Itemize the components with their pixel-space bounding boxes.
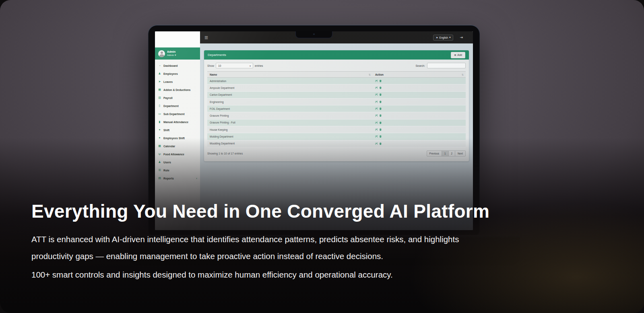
sidebar-item-food-allowance[interactable]: ΨFood Allowance	[155, 150, 200, 158]
profile-role-dropdown[interactable]: Admin ▾	[167, 54, 176, 57]
hamburger-icon[interactable]: ☰	[204, 35, 208, 40]
table-footer: Showing 1 to 10 of 17 entries Previous 1…	[207, 150, 466, 156]
profile-section[interactable]: Admin Admin ▾	[155, 47, 200, 60]
sidebar-item-employees-shift[interactable]: ✦Employees Shift	[155, 134, 200, 142]
pagination: Previous 1 2 Next	[427, 150, 466, 156]
edit-icon[interactable]	[375, 107, 378, 110]
sidebar-item-addon-deductions[interactable]: ▦Addon & Deductions	[155, 86, 200, 94]
table-row: Gravure Printing - Foil	[207, 119, 466, 126]
calendar-icon: ▦	[158, 144, 161, 148]
table-row: Administration	[207, 78, 466, 84]
add-icon: ⊕	[454, 54, 456, 57]
panel-header: Departments ⊕ Add	[204, 50, 469, 60]
employees-icon: ♟	[158, 72, 161, 75]
page-title: Departments	[208, 53, 226, 57]
dashboard-icon: ◔	[158, 64, 161, 67]
table-row: Moulding Department	[207, 140, 466, 147]
entries-summary: Showing 1 to 10 of 17 entries	[207, 152, 243, 155]
sidebar-item-payroll[interactable]: ▥Payroll	[155, 94, 200, 102]
delete-icon[interactable]	[379, 101, 382, 103]
app-logo-area	[155, 31, 200, 47]
flag-icon: ⚑	[436, 36, 438, 39]
edit-icon[interactable]	[375, 128, 378, 131]
delete-icon[interactable]	[379, 93, 382, 96]
chevron-down-icon: ▾	[250, 64, 251, 67]
chevron-down-icon: ▾	[449, 36, 450, 39]
edit-icon[interactable]	[375, 142, 378, 145]
sidebar-item-department[interactable]: ▯Department	[155, 102, 200, 110]
sidebar-item-users[interactable]: ♟Users	[155, 158, 200, 166]
pagination-page-2[interactable]: 2	[448, 150, 456, 156]
sidebar-item-dashboard[interactable]: ◔Dashboard	[155, 62, 200, 70]
language-label: English	[440, 36, 448, 39]
employees-shift-icon: ✦	[158, 136, 161, 140]
top-navbar: ☰ ⚑ English ▾ ⇥	[200, 31, 473, 43]
edit-icon[interactable]	[375, 114, 378, 117]
hero-paragraph-2: 100+ smart controls and insights designe…	[31, 269, 476, 281]
logout-icon[interactable]: ⇥	[460, 35, 463, 39]
edit-icon[interactable]	[375, 135, 378, 138]
column-header-action[interactable]: Action⇅	[373, 72, 466, 78]
profile-name: Admin	[167, 50, 176, 54]
users-icon: ♟	[158, 161, 161, 164]
show-label: Show	[207, 64, 214, 67]
pagination-next[interactable]: Next	[455, 150, 466, 156]
edit-icon[interactable]	[375, 80, 378, 82]
table-row: Carton Department	[207, 91, 466, 98]
sidebar-item-reports[interactable]: ▤Reports‹	[155, 174, 200, 182]
role-icon: ☰	[158, 169, 161, 172]
entries-label: entries	[255, 64, 263, 67]
food-allowance-icon: Ψ	[158, 153, 161, 156]
edit-icon[interactable]	[375, 93, 378, 96]
language-dropdown[interactable]: ⚑ English ▾	[433, 35, 453, 41]
sidebar-item-shift[interactable]: ✦Shift	[155, 126, 200, 134]
search-label: Search:	[416, 64, 425, 67]
delete-icon[interactable]	[379, 128, 382, 131]
shift-icon: ✦	[158, 128, 161, 132]
chevron-left-icon: ‹	[196, 177, 197, 180]
departments-table: Name⇅ Action⇅ Administration Ampoule Dep…	[207, 71, 466, 147]
camera-icon	[313, 33, 315, 35]
edit-icon[interactable]	[375, 86, 378, 89]
delete-icon[interactable]	[379, 114, 382, 117]
page-size-select[interactable]: 10 ▾	[216, 63, 253, 68]
pagination-previous[interactable]: Previous	[427, 150, 442, 156]
table-row: Ampoule Department	[207, 84, 466, 91]
sort-icon: ⇅	[369, 73, 371, 76]
delete-icon[interactable]	[379, 121, 382, 124]
manual-attendance-icon: ▮	[158, 120, 161, 124]
sidebar-item-manual-attendance[interactable]: ▮Manual Attendance	[155, 118, 200, 126]
table-row: Engineering	[207, 98, 466, 105]
reports-icon: ▤	[158, 177, 161, 180]
search-input[interactable]	[427, 63, 466, 68]
delete-icon[interactable]	[379, 135, 382, 138]
pagination-page-1[interactable]: 1	[442, 150, 449, 156]
camera-notch	[295, 31, 332, 38]
leaves-icon: ➤	[158, 80, 161, 83]
table-row: FOIL Department	[207, 105, 466, 112]
table-row: Molding Department	[207, 133, 466, 140]
addon-deductions-icon: ▦	[158, 88, 161, 91]
avatar	[158, 50, 165, 57]
edit-icon[interactable]	[375, 101, 378, 103]
add-button[interactable]: ⊕ Add	[451, 52, 465, 58]
edit-icon[interactable]	[375, 121, 378, 124]
delete-icon[interactable]	[379, 86, 382, 89]
delete-icon[interactable]	[379, 80, 382, 82]
sidebar-item-leaves[interactable]: ➤Leaves	[155, 78, 200, 86]
payroll-icon: ▥	[158, 96, 161, 99]
delete-icon[interactable]	[379, 107, 382, 110]
hero-paragraph-1: ATT is enhanced with AI-driven intellige…	[31, 231, 476, 265]
chevron-down-icon: ▾	[175, 54, 176, 56]
hero-heading: Everything You Need in One Converged AI …	[31, 200, 489, 222]
sidebar-item-calendar[interactable]: ▦Calendar	[155, 142, 200, 150]
table-row: Gravure Printing	[207, 112, 466, 119]
department-icon: ▯	[158, 104, 161, 107]
sidebar-item-role[interactable]: ☰Role	[155, 166, 200, 174]
departments-panel: Departments ⊕ Add Show	[204, 50, 469, 161]
delete-icon[interactable]	[379, 142, 382, 145]
column-header-name[interactable]: Name⇅	[207, 72, 373, 78]
sidebar-item-employees[interactable]: ♟Employees	[155, 70, 200, 78]
sidebar-item-sub-department[interactable]: ▭Sub Department	[155, 110, 200, 118]
table-row: House Keeping	[207, 126, 466, 133]
